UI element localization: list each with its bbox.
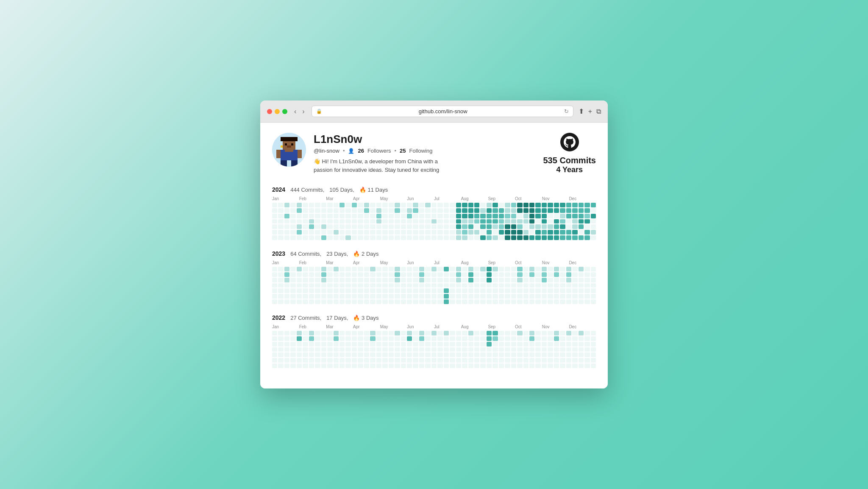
browser-toolbar: ‹ › 🔒 github.com/lin-snow ↻ ⬆ + ⧉ [260,101,608,123]
browser-content: L1nSn0w @lin-snow • 👤 26 Followers • 25 … [260,123,608,388]
profile-handle: @lin-snow [314,148,339,154]
svg-rect-12 [281,145,283,148]
forward-button[interactable]: › [300,107,306,116]
profile-name: L1nSn0w [314,133,458,146]
year-days-2024: 105 Days, [329,187,354,193]
svg-rect-7 [287,145,291,148]
back-button[interactable]: ‹ [292,107,298,116]
svg-rect-3 [281,139,283,141]
svg-rect-4 [295,139,298,141]
svg-rect-14 [291,160,298,167]
year-commits-2024: 444 Commits, [290,187,324,193]
maximize-button[interactable] [282,109,287,114]
svg-rect-9 [276,150,281,158]
followers-count: 26 [358,148,364,154]
refresh-icon[interactable]: ↻ [564,108,569,115]
stats-commits: 535 Commits [543,156,596,165]
svg-rect-5 [285,143,287,145]
year-days-2022: 17 Days, [326,315,348,321]
stats-years: 4 Years [543,165,596,174]
close-button[interactable] [267,109,272,114]
share-button[interactable]: ⬆ [579,107,584,115]
svg-rect-2 [281,137,298,141]
avatar [272,133,306,167]
profile-info: L1nSn0w @lin-snow • 👤 26 Followers • 25 … [314,133,458,174]
month-labels-2023: Jan Feb Mar Apr May Jun Jul Aug Sep Oct … [272,260,596,265]
following-label: Following [409,148,433,154]
year-header-2023: 2023 64 Commits, 23 Days, 🔥 2 Days [272,250,596,257]
address-bar[interactable]: 🔒 github.com/lin-snow ↻ [312,106,573,117]
year-days-2023: 23 Days, [326,251,348,257]
month-labels-2022: Jan Feb Mar Apr May Jun Jul Aug Sep Oct … [272,324,596,329]
commit-graph-2023: Jan Feb Mar Apr May Jun Jul Aug Sep Oct … [272,260,596,304]
year-section-2024: 2024 444 Commits, 105 Days, 🔥 11 Days Ja… [272,186,596,240]
year-section-2023: 2023 64 Commits, 23 Days, 🔥 2 Days Jan F… [272,250,596,304]
minimize-button[interactable] [275,109,280,114]
year-streak-2024: 🔥 11 Days [359,187,388,193]
year-commits-2022: 27 Commits, [290,315,321,321]
svg-rect-10 [298,150,302,158]
commit-graph-2024: Jan Feb Mar Apr May Jun Jul Aug Sep Oct … [272,196,596,240]
person-icon: 👤 [348,148,354,154]
svg-rect-11 [285,148,293,152]
profile-meta: @lin-snow • 👤 26 Followers • 25 Followin… [314,148,458,154]
tabs-button[interactable]: ⧉ [596,108,601,115]
profile-left: L1nSn0w @lin-snow • 👤 26 Followers • 25 … [272,133,458,174]
svg-rect-6 [291,143,293,145]
year-section-2022: 2022 27 Commits, 17 Days, 🔥 3 Days Jan F… [272,314,596,368]
svg-rect-13 [281,160,287,167]
github-logo [560,133,579,151]
month-labels-2024: Jan Feb Mar Apr May Jun Jul Aug Sep Oct … [272,196,596,201]
new-tab-button[interactable]: + [588,108,592,115]
profile-stats: 535 Commits 4 Years [543,133,596,174]
browser-window: ‹ › 🔒 github.com/lin-snow ↻ ⬆ + ⧉ [260,101,608,388]
traffic-lights [267,109,287,114]
lock-icon: 🔒 [316,109,322,114]
year-header-2022: 2022 27 Commits, 17 Days, 🔥 3 Days [272,314,596,321]
followers-label: Followers [367,148,391,154]
nav-buttons: ‹ › [292,107,306,116]
year-streak-2023: 🔥 2 Days [353,251,378,257]
year-header-2024: 2024 444 Commits, 105 Days, 🔥 11 Days [272,186,596,193]
year-streak-2022: 🔥 3 Days [353,315,378,321]
year-label-2023: 2023 [272,250,285,257]
toolbar-actions: ⬆ + ⧉ [579,107,601,115]
profile-section: L1nSn0w @lin-snow • 👤 26 Followers • 25 … [272,133,596,174]
profile-bio: 👋 Hi! I'm L1nSn0w, a developer from Chin… [314,157,458,174]
year-label-2024: 2024 [272,186,285,193]
year-commits-2023: 64 Commits, [290,251,321,257]
following-count: 25 [400,148,406,154]
url-text: github.com/lin-snow [325,108,562,115]
commit-graph-2022: Jan Feb Mar Apr May Jun Jul Aug Sep Oct … [272,324,596,368]
year-label-2022: 2022 [272,314,285,321]
